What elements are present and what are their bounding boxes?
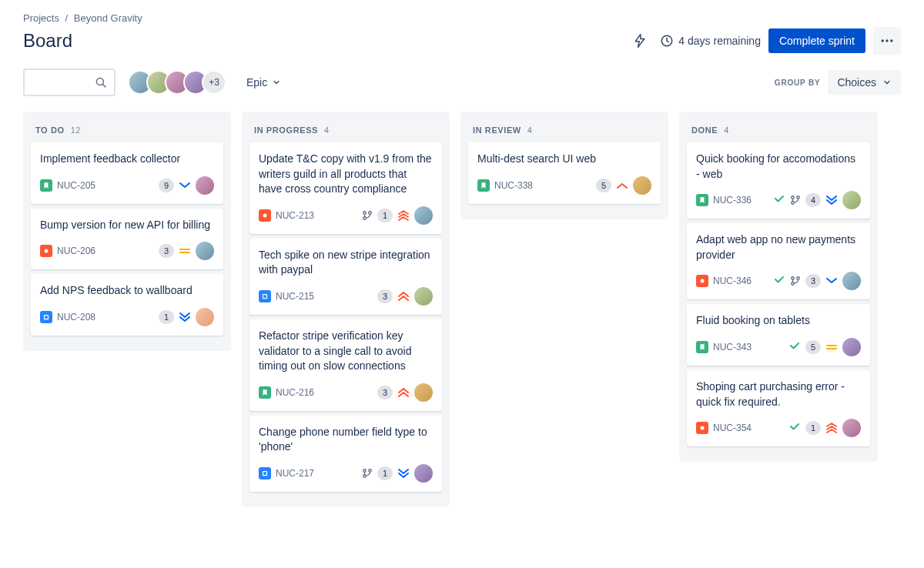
avatar-more[interactable]: +3 — [202, 70, 226, 95]
issue-card[interactable]: Add NPS feedback to wallboard NUC-208 1 — [31, 274, 223, 336]
assignee-avatar[interactable] — [842, 338, 861, 356]
automation-button[interactable] — [628, 28, 652, 53]
priority-lowest-icon — [397, 467, 410, 479]
done-check-icon — [788, 420, 801, 436]
issue-card[interactable]: Quick booking for accomodations - web NU… — [687, 142, 870, 219]
assignee-avatar[interactable] — [196, 242, 214, 260]
card-title: Refactor stripe verification key validat… — [259, 329, 433, 374]
issue-card[interactable]: Implement feedback collector NUC-205 9 — [31, 142, 223, 204]
assignee-avatar[interactable] — [842, 419, 861, 437]
breadcrumb-parent[interactable]: Projects — [23, 12, 59, 24]
epic-filter[interactable]: Epic — [239, 72, 289, 93]
story-points-badge: 3 — [377, 386, 393, 399]
column-name: IN PROGRESS — [254, 125, 318, 135]
board-column: IN REVIEW 4 Multi-dest search UI web NUC… — [460, 112, 668, 219]
more-icon — [879, 33, 895, 48]
column-header: IN PROGRESS 4 — [246, 118, 445, 142]
story-points-badge: 3 — [377, 289, 393, 303]
breadcrumb: Projects / Beyond Gravity — [23, 12, 901, 24]
group-by-select[interactable]: Choices — [828, 70, 901, 95]
bug-icon — [40, 245, 52, 257]
assignee-avatar[interactable] — [414, 287, 433, 306]
bug-icon — [259, 209, 271, 222]
assignee-avatar[interactable] — [842, 191, 861, 209]
bolt-icon — [632, 33, 648, 48]
issue-key: NUC-215 — [276, 291, 314, 302]
story-icon — [40, 179, 52, 192]
story-points-badge: 3 — [159, 244, 174, 258]
card-title: Add NPS feedback to wallboard — [40, 283, 214, 299]
story-points-badge: 9 — [159, 179, 174, 192]
done-check-icon — [773, 192, 785, 208]
column-header: DONE 4 — [684, 118, 873, 142]
chevron-down-icon — [882, 78, 892, 87]
story-icon — [477, 179, 490, 192]
card-title: Tech spike on new stripe integration wit… — [259, 248, 433, 278]
issue-key: NUC-206 — [57, 246, 95, 256]
priority-lowest-icon — [179, 311, 191, 323]
clock-icon — [660, 34, 674, 48]
card-title: Fluid booking on tablets — [696, 313, 861, 329]
issue-card[interactable]: Fluid booking on tablets NUC-343 5 — [687, 304, 870, 366]
priority-icon — [825, 422, 838, 434]
story-points-badge: 1 — [159, 310, 174, 324]
story-points-badge: 3 — [805, 274, 821, 288]
assignee-avatar[interactable] — [196, 308, 214, 326]
issue-card[interactable]: Update T&C copy with v1.9 from the write… — [249, 142, 442, 234]
breadcrumb-current[interactable]: Beyond Gravity — [74, 12, 142, 24]
issue-card[interactable]: Shoping cart purchasing error - quick fi… — [687, 370, 870, 446]
complete-sprint-button[interactable]: Complete sprint — [768, 28, 865, 53]
column-name: IN REVIEW — [473, 125, 521, 135]
branch-icon — [362, 468, 373, 479]
branch-icon — [790, 195, 801, 205]
task-icon — [259, 290, 271, 302]
assignee-avatar[interactable] — [414, 206, 433, 225]
priority-high-icon — [616, 179, 628, 192]
issue-card[interactable]: Bump version for new API for billing NUC… — [31, 209, 223, 270]
priority-icon — [397, 209, 410, 222]
more-actions-button[interactable] — [873, 27, 901, 55]
issue-key: NUC-346 — [713, 276, 752, 286]
issue-card[interactable]: Multi-dest search UI web NUC-338 5 — [468, 142, 661, 204]
bug-icon — [696, 275, 708, 287]
assignee-avatar[interactable] — [633, 176, 651, 195]
branch-icon — [790, 276, 801, 286]
column-header: IN REVIEW 4 — [465, 118, 664, 142]
priority-high-icon — [397, 386, 410, 399]
breadcrumb-sep: / — [65, 12, 69, 24]
issue-card[interactable]: Change phone number field type to 'phone… — [249, 416, 442, 492]
column-name: DONE — [691, 125, 718, 135]
story-points-badge: 5 — [596, 179, 611, 192]
issue-card[interactable]: Refactor stripe verification key validat… — [249, 319, 442, 411]
group-by-label: GROUP BY — [775, 79, 821, 87]
issue-key: NUC-217 — [276, 468, 314, 479]
priority-icon — [397, 290, 410, 302]
assignee-avatar[interactable] — [414, 383, 433, 402]
issue-key: NUC-336 — [713, 195, 752, 205]
issue-card[interactable]: Adapt web app no new payments provider N… — [687, 223, 870, 299]
priority-low-icon — [825, 275, 838, 287]
card-title: Multi-dest search UI web — [477, 152, 651, 167]
done-check-icon — [773, 273, 785, 289]
board-column: DONE 4 Quick booking for accomodations -… — [679, 112, 878, 462]
story-points-badge: 1 — [377, 209, 393, 222]
bug-icon — [696, 422, 708, 434]
card-title: Implement feedback collector — [40, 152, 214, 167]
assignee-avatars[interactable]: +3 — [128, 70, 226, 95]
task-icon — [40, 311, 52, 323]
card-title: Bump version for new API for billing — [40, 218, 214, 233]
priority-icon — [397, 467, 410, 479]
kanban-board: TO DO 12 Implement feedback collector NU… — [23, 112, 901, 507]
assignee-avatar[interactable] — [196, 176, 214, 195]
priority-highest-icon — [825, 422, 838, 434]
issue-card[interactable]: Tech spike on new stripe integration wit… — [249, 239, 442, 315]
card-title: Shoping cart purchasing error - quick fi… — [696, 379, 861, 409]
issue-key: NUC-343 — [713, 342, 752, 352]
story-icon — [696, 194, 708, 206]
assignee-avatar[interactable] — [414, 464, 433, 483]
search-input[interactable] — [23, 68, 116, 96]
time-remaining-label: 4 days remaining — [678, 35, 761, 47]
done-check-icon — [788, 339, 801, 355]
assignee-avatar[interactable] — [842, 272, 861, 290]
task-icon — [259, 467, 271, 479]
